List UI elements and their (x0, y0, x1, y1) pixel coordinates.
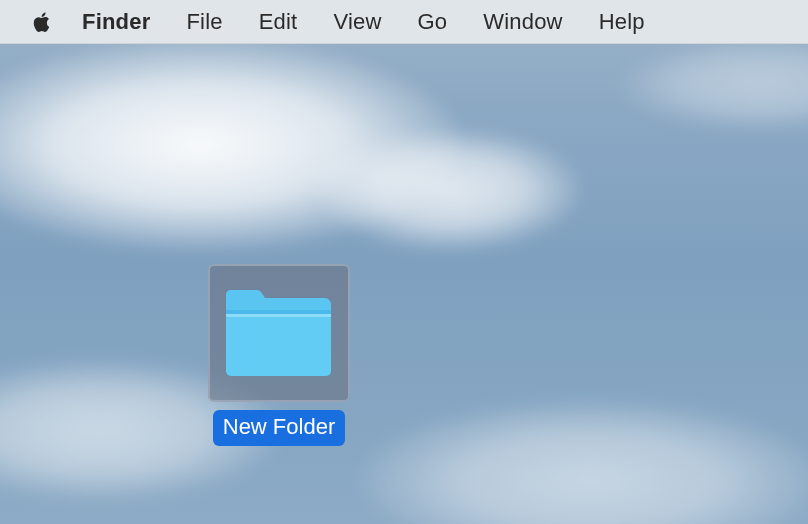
folder-icon-selection (208, 264, 350, 402)
svg-rect-1 (226, 314, 331, 317)
menubar: Finder File Edit View Go Window Help (0, 0, 808, 44)
menu-app-name[interactable]: Finder (82, 5, 168, 39)
menu-window[interactable]: Window (465, 5, 580, 39)
menu-help[interactable]: Help (581, 5, 663, 39)
menu-file[interactable]: File (168, 5, 240, 39)
folder-icon (220, 283, 338, 383)
svg-rect-0 (226, 314, 331, 376)
folder-name-label[interactable]: New Folder (213, 410, 345, 446)
apple-menu-icon[interactable] (30, 9, 52, 35)
menu-go[interactable]: Go (400, 5, 466, 39)
desktop-wallpaper[interactable] (0, 0, 808, 524)
desktop-folder-item[interactable]: New Folder (208, 264, 350, 446)
menu-edit[interactable]: Edit (241, 5, 316, 39)
menu-view[interactable]: View (315, 5, 399, 39)
